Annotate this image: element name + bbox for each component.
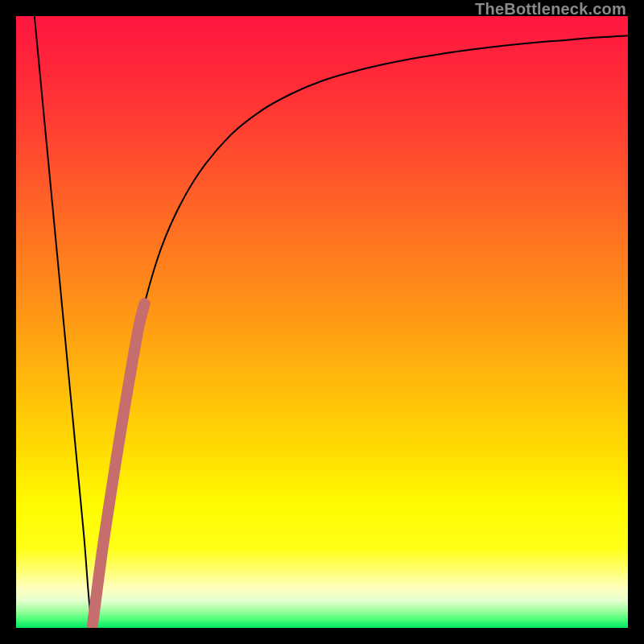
highlight-segment: [93, 303, 145, 625]
bottleneck-curve: [35, 16, 628, 625]
plot-area: [16, 16, 628, 628]
curve-layer: [16, 16, 628, 628]
chart-frame: TheBottleneck.com: [0, 0, 644, 644]
watermark-text: TheBottleneck.com: [475, 0, 626, 19]
